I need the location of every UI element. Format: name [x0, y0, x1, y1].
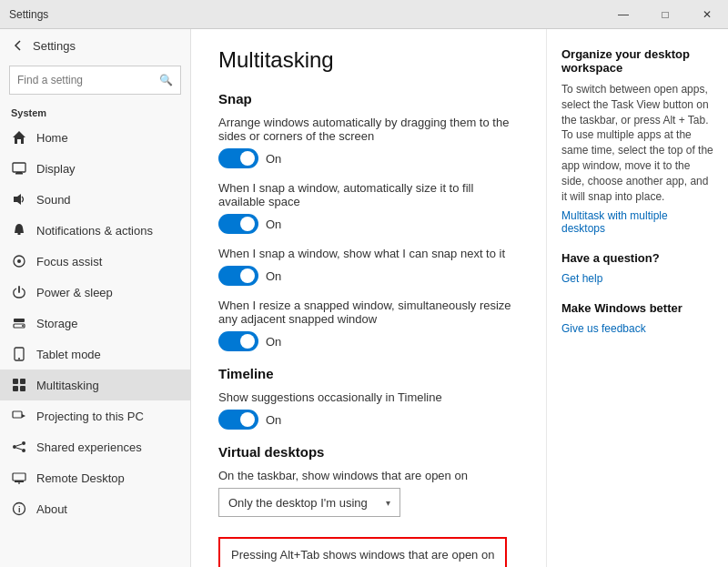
sidebar-section-label: System: [0, 102, 190, 122]
snap-setting-2: When I snap a window, automatically size…: [218, 181, 519, 234]
timeline-toggle-label-1: On: [266, 413, 281, 427]
vd-taskbar-arrow-icon: ▾: [386, 498, 390, 508]
titlebar-title: Settings: [9, 8, 48, 21]
sidebar-back-label: Settings: [33, 39, 76, 53]
svg-rect-2: [15, 173, 23, 175]
timeline-toggle-1[interactable]: [218, 410, 258, 430]
snap-desc-2: When I snap a window, automatically size…: [218, 181, 519, 208]
sidebar-label-tablet: Tablet mode: [36, 348, 101, 361]
sidebar-item-power[interactable]: Power & sleep: [0, 277, 190, 308]
vd-alttab-desc: Pressing Alt+Tab shows windows that are …: [231, 548, 494, 562]
sidebar-item-shared[interactable]: Shared experiences: [0, 431, 190, 462]
snap-setting-3: When I snap a window, show what I can sn…: [218, 247, 519, 286]
svg-rect-15: [20, 386, 25, 391]
timeline-desc-1: Show suggestions occasionally in Timelin…: [218, 390, 519, 404]
organize-link[interactable]: Multitask with multiple desktops: [561, 209, 668, 235]
snap-toggle-1[interactable]: [218, 148, 258, 168]
svg-point-18: [22, 441, 25, 445]
vd-section-title: Virtual desktops: [218, 444, 519, 460]
svg-rect-0: [13, 163, 25, 172]
snap-toggle-row-4: On: [218, 331, 519, 351]
sidebar-label-storage: Storage: [36, 317, 78, 330]
minimize-button[interactable]: —: [602, 0, 644, 29]
snap-toggle-label-4: On: [266, 335, 281, 349]
power-icon: [11, 284, 27, 300]
snap-desc-1: Arrange windows automatically by draggin…: [218, 116, 519, 143]
vd-taskbar-dropdown[interactable]: Only the desktop I'm using ▾: [218, 488, 400, 517]
sidebar: Settings 🔍 System Home Display Soun: [0, 29, 191, 567]
snap-setting-4: When I resize a snapped window, simultan…: [218, 299, 519, 351]
sidebar-back-button[interactable]: Settings: [0, 29, 190, 62]
snap-toggle-label-3: On: [266, 269, 281, 283]
sidebar-label-sound: Sound: [36, 193, 71, 207]
remote-icon: [11, 470, 27, 486]
sidebar-label-projecting: Projecting to this PC: [36, 410, 144, 423]
svg-line-21: [16, 448, 22, 450]
svg-rect-12: [13, 379, 18, 384]
close-button[interactable]: ✕: [686, 0, 728, 29]
shared-icon: [11, 439, 27, 455]
svg-rect-7: [14, 319, 25, 322]
timeline-setting-1: Show suggestions occasionally in Timelin…: [218, 390, 519, 430]
sidebar-item-focus[interactable]: Focus assist: [0, 246, 190, 277]
sidebar-label-display: Display: [36, 162, 76, 176]
feedback-title: Make Windows better: [561, 301, 713, 315]
svg-rect-23: [15, 481, 24, 482]
display-icon: [11, 160, 27, 177]
maximize-button[interactable]: □: [644, 0, 686, 29]
sidebar-item-multitasking[interactable]: Multitasking: [0, 370, 190, 400]
snap-toggle-row-2: On: [218, 214, 519, 234]
sidebar-item-display[interactable]: Display: [0, 153, 190, 184]
organize-section: Organize your desktop workspace To switc…: [561, 47, 713, 235]
search-input[interactable]: [17, 74, 159, 86]
organize-text: To switch between open apps, select the …: [561, 82, 713, 204]
sidebar-label-about: About: [36, 502, 67, 516]
sidebar-label-home: Home: [36, 131, 68, 145]
organize-title: Organize your desktop workspace: [561, 47, 713, 75]
snap-toggle-row-1: On: [218, 148, 519, 168]
sidebar-item-notifications[interactable]: Notifications & actions: [0, 215, 190, 246]
svg-line-20: [16, 444, 22, 446]
feedback-link[interactable]: Give us feedback: [561, 322, 646, 335]
focus-icon: [11, 253, 27, 269]
svg-point-17: [13, 445, 16, 449]
sidebar-item-sound[interactable]: Sound: [0, 184, 190, 215]
svg-text:i: i: [18, 505, 21, 514]
svg-rect-13: [20, 379, 25, 384]
snap-toggle-2[interactable]: [218, 214, 258, 234]
snap-toggle-3[interactable]: [218, 266, 258, 286]
get-help-link[interactable]: Get help: [561, 272, 602, 285]
right-panel: Organize your desktop workspace To switc…: [546, 29, 728, 567]
question-section: Have a question? Get help: [561, 251, 713, 285]
svg-rect-22: [13, 473, 25, 481]
sidebar-label-power: Power & sleep: [36, 286, 113, 299]
tablet-icon: [11, 346, 27, 362]
snap-toggle-label-2: On: [266, 218, 281, 231]
sidebar-item-projecting[interactable]: Projecting to this PC: [0, 400, 190, 431]
svg-point-6: [17, 259, 21, 263]
search-box[interactable]: 🔍: [9, 66, 181, 95]
titlebar: Settings — □ ✕: [0, 0, 728, 29]
sidebar-item-storage[interactable]: Storage: [0, 308, 190, 339]
snap-toggle-4[interactable]: [218, 331, 258, 351]
home-icon: [11, 129, 27, 146]
snap-toggle-row-3: On: [218, 266, 519, 286]
svg-rect-4: [18, 233, 21, 235]
sidebar-item-about[interactable]: i About: [0, 493, 190, 524]
sidebar-item-remote[interactable]: Remote Desktop: [0, 462, 190, 493]
titlebar-controls: — □ ✕: [602, 0, 728, 29]
storage-icon: [11, 315, 27, 331]
sidebar-item-home[interactable]: Home: [0, 122, 190, 153]
sidebar-item-tablet[interactable]: Tablet mode: [0, 339, 190, 370]
timeline-toggle-row-1: On: [218, 410, 519, 430]
snap-desc-4: When I resize a snapped window, simultan…: [218, 299, 519, 326]
svg-rect-14: [13, 386, 18, 391]
svg-point-19: [22, 449, 25, 452]
snap-toggle-label-1: On: [266, 152, 281, 166]
sidebar-label-focus: Focus assist: [36, 255, 102, 268]
svg-point-11: [18, 358, 20, 359]
main-window: Settings 🔍 System Home Display Soun: [0, 29, 728, 567]
vd-taskbar-desc: On the taskbar, show windows that are op…: [218, 469, 519, 482]
multitasking-icon: [11, 377, 27, 393]
vd-taskbar-setting: On the taskbar, show windows that are op…: [218, 469, 519, 517]
